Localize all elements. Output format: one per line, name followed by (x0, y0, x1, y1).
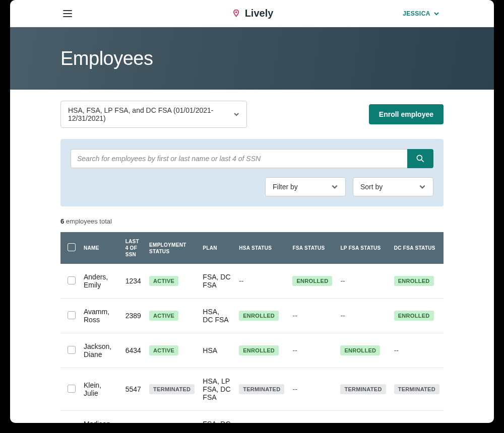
col-ssn[interactable]: LAST 4 OF SSN (121, 232, 145, 264)
col-lpfsa[interactable]: LP FSA STATUS (336, 232, 390, 264)
empty-value: -- (394, 346, 399, 354)
plan-selector[interactable]: HSA, FSA, LP FSA, and DC FSA (01/01/2021… (60, 101, 247, 128)
cell-ssn: 1234 (121, 264, 145, 299)
cell-hsa: TERMINATED (235, 368, 288, 411)
cell-plan: FSA, DC FSA (199, 264, 235, 299)
cell-dcfsa: TERMINATED (390, 368, 444, 411)
col-hsa[interactable]: HSA STATUS (235, 232, 288, 264)
page-title: Employees (60, 48, 153, 69)
cell-ssn: 6434 (121, 333, 145, 368)
select-all-checkbox[interactable] (68, 243, 76, 251)
empty-value: -- (340, 277, 345, 285)
status-badge: ACTIVE (149, 345, 178, 355)
cell-hsa: ENROLLED (235, 333, 288, 368)
row-checkbox[interactable] (68, 311, 76, 319)
cell-lpfsa: -- (336, 299, 390, 333)
svg-line-2 (422, 160, 424, 162)
search-icon (415, 154, 425, 164)
col-fsa[interactable]: FSA STATUS (288, 232, 336, 264)
row-checkbox[interactable] (68, 346, 76, 354)
count-value: 6 (60, 218, 64, 225)
cell-employment: ACTIVE (145, 333, 199, 368)
count-suffix: employees total (66, 218, 112, 225)
controls-row: HSA, FSA, LP FSA, and DC FSA (01/01/2021… (60, 101, 444, 128)
table-row[interactable]: Jackson, Diane6434ACTIVEHSAENROLLED--ENR… (60, 333, 444, 368)
cell-employment: ACTIVE (145, 299, 199, 333)
col-name[interactable]: NAME (80, 232, 121, 264)
search-row (71, 149, 433, 168)
status-badge: TERMINATED (239, 384, 284, 394)
chevron-down-icon (233, 111, 239, 118)
cell-dcfsa: -- (390, 333, 444, 368)
user-name: JESSICA (403, 10, 430, 17)
table-row[interactable]: Madison, Daniel3457ACTIVEFSA, DC FSA--RU… (60, 411, 444, 423)
cell-name: Avamm, Ross (80, 299, 121, 333)
cell-lpfsa: TERMINATED (336, 368, 390, 411)
cell-fsa: -- (288, 368, 336, 411)
content: HSA, FSA, LP FSA, and DC FSA (01/01/2021… (10, 90, 494, 423)
filter-row: Filter by Sort by (71, 177, 433, 196)
cell-plan: FSA, DC FSA (199, 411, 235, 423)
results-count: 6 employees total (60, 218, 444, 225)
cell-name: Madison, Daniel (80, 411, 121, 423)
employees-table: NAME LAST 4 OF SSN EMPLOYMENT STATUS PLA… (60, 232, 444, 423)
col-employment[interactable]: EMPLOYMENT STATUS (145, 232, 199, 264)
cell-dcfsa: RUN OUT (390, 411, 444, 423)
table-row[interactable]: Klein, Julie5547TERMINATEDHSA, LP FSA, D… (60, 368, 444, 411)
sort-by-dropdown[interactable]: Sort by (353, 177, 433, 196)
status-badge: ACTIVE (149, 311, 178, 321)
status-badge: ACTIVE (149, 276, 178, 286)
status-badge: ENROLLED (239, 311, 279, 321)
table-header-row: NAME LAST 4 OF SSN EMPLOYMENT STATUS PLA… (60, 232, 444, 264)
hamburger-icon[interactable] (58, 5, 77, 23)
cell-plan: HSA, DC FSA (199, 299, 235, 333)
status-badge: ENROLLED (394, 276, 434, 286)
cell-ssn: 5547 (121, 368, 145, 411)
cell-fsa: -- (288, 299, 336, 333)
status-badge: TERMINATED (149, 384, 195, 394)
logo-icon (231, 8, 242, 19)
col-plan[interactable]: PLAN (199, 232, 235, 264)
cell-ssn: 3457 (121, 411, 145, 423)
cell-fsa: RUN OUT (288, 411, 336, 423)
status-badge: ENROLLED (239, 345, 279, 355)
status-badge: TERMINATED (394, 384, 439, 394)
cell-fsa: -- (288, 333, 336, 368)
empty-value: -- (340, 312, 345, 320)
empty-value: -- (239, 277, 243, 285)
enroll-employee-button[interactable]: Enroll employee (369, 104, 444, 124)
filter-panel: Filter by Sort by (60, 139, 444, 206)
search-button[interactable] (407, 149, 433, 168)
cell-employment: ACTIVE (145, 264, 199, 299)
svg-point-1 (417, 155, 422, 160)
topbar: Lively JESSICA (10, 0, 494, 27)
cell-dcfsa: ENROLLED (390, 299, 444, 333)
cell-hsa: ENROLLED (235, 299, 288, 333)
chevron-down-icon (419, 183, 426, 190)
user-menu[interactable]: JESSICA (403, 10, 439, 17)
empty-value: -- (292, 312, 297, 320)
table-row[interactable]: Avamm, Ross2389ACTIVEHSA, DC FSAENROLLED… (60, 299, 444, 333)
cell-hsa: -- (235, 411, 288, 423)
filter-by-label: Filter by (273, 183, 298, 191)
cell-name: Klein, Julie (80, 368, 121, 411)
row-checkbox[interactable] (68, 276, 76, 284)
sort-by-label: Sort by (360, 183, 383, 191)
status-badge: ENROLLED (394, 311, 434, 321)
search-input[interactable] (71, 149, 407, 168)
page-header: Employees (10, 27, 494, 90)
app-window: Lively JESSICA Employees HSA, FSA, LP FS… (10, 0, 494, 423)
cell-lpfsa: -- (336, 411, 390, 423)
row-checkbox[interactable] (68, 385, 76, 393)
cell-hsa: -- (235, 264, 288, 299)
status-badge: ENROLLED (292, 276, 332, 286)
cell-plan: HSA (199, 333, 235, 368)
cell-ssn: 2389 (121, 299, 145, 333)
status-badge: ENROLLED (340, 345, 380, 355)
cell-employment: TERMINATED (145, 368, 199, 411)
chevron-down-icon (331, 183, 338, 190)
table-row[interactable]: Anders, Emily1234ACTIVEFSA, DC FSA--ENRO… (60, 264, 444, 299)
cell-dcfsa: ENROLLED (390, 264, 444, 299)
col-dcfsa[interactable]: DC FSA STATUS (390, 232, 444, 264)
filter-by-dropdown[interactable]: Filter by (265, 177, 346, 196)
